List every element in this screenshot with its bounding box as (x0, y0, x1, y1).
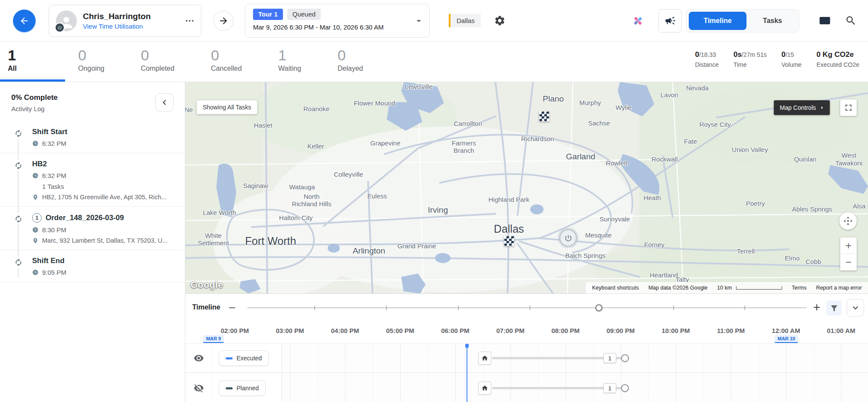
stat-tab-waiting[interactable]: 1Waiting (278, 42, 301, 82)
clock-icon (32, 269, 39, 276)
sync-icon (13, 160, 24, 171)
tour-status-badge: Queued (287, 9, 321, 20)
tour-selector[interactable]: Tour 1 Queued Mar 9, 2026 6:30 PM - Mar … (245, 4, 430, 38)
report-map-error-link[interactable]: Report a map error (816, 285, 862, 291)
stat-tab-all[interactable]: 1All (0, 42, 65, 82)
depot-marker[interactable] (504, 236, 514, 246)
activity-item[interactable]: 1Order_148_2026-03-098:30 PMMarc, 932 La… (0, 207, 185, 250)
stat-tab-cancelled[interactable]: 0Cancelled (211, 42, 242, 82)
depot-marker[interactable] (539, 111, 549, 122)
axis-hour-label: 11:00 PM (717, 327, 745, 334)
tab-timeline[interactable]: Timeline (689, 12, 746, 30)
activity-address: HB2, 1705 N Greenville Ave, Apt 305, Ric… (32, 194, 178, 201)
zoom-out-button[interactable]: − (840, 254, 857, 270)
map-scale-bar (736, 286, 782, 290)
activity-time: 9:05 PM (32, 269, 178, 276)
driver-menu-button[interactable] (184, 16, 195, 26)
depot-home-marker[interactable] (478, 382, 491, 395)
axis-hour-label: 06:00 PM (441, 327, 469, 334)
stat-tab-delayed[interactable]: 0Delayed (338, 42, 363, 82)
activity-item[interactable]: Shift Start6:32 PM (0, 121, 185, 153)
activity-item[interactable]: Shift End9:05 PM (0, 250, 185, 282)
search-icon[interactable] (845, 15, 857, 26)
timeline-scrub-slider[interactable] (247, 294, 806, 322)
announcement-button[interactable] (658, 9, 682, 33)
summary-card-icon[interactable] (819, 14, 831, 27)
map-attribution: Keyboard shortcutsMap data ©2026 Google1… (586, 282, 868, 293)
stat-label: Cancelled (211, 65, 242, 72)
depot-home-marker[interactable] (478, 352, 491, 365)
clock-icon (32, 140, 39, 147)
tour-badge: Tour 1 (253, 9, 283, 20)
time-utilisation-link[interactable]: View Time Utilisation (83, 23, 151, 30)
fullscreen-button[interactable] (840, 99, 857, 116)
stat-label: Delayed (338, 65, 363, 72)
scale-text: 10 km (717, 285, 732, 291)
visibility-on-button[interactable] (194, 353, 204, 363)
axis-hour-label: 01:00 AM (827, 327, 855, 334)
series-dash-icon (226, 387, 233, 389)
map-controls-button[interactable]: Map Controls (774, 100, 830, 115)
driver-card[interactable]: Chris_Harrington View Time Utilisation (49, 5, 201, 37)
timeline-expand-button[interactable] (847, 299, 864, 316)
tour-end-handle[interactable] (621, 354, 629, 362)
pinwheel-logo-icon[interactable] (631, 14, 644, 27)
task-count-box[interactable]: 1 (603, 353, 616, 363)
visibility-off-button[interactable] (194, 383, 204, 393)
date-badge: MAR 9 (203, 335, 224, 343)
metric-executed-co2e: 0 Kg CO2eExecuted CO2e (816, 50, 859, 82)
timeline-axis: PM02:00 PM03:00 PM04:00 PM05:00 PM06:00 … (185, 322, 868, 344)
google-logo: Google (191, 280, 223, 290)
keyboard-shortcuts-link[interactable]: Keyboard shortcuts (592, 285, 639, 291)
stat-tab-ongoing[interactable]: 0Ongoing (78, 42, 105, 82)
caret-right-icon (819, 104, 825, 111)
activity-time: 8:30 PM (32, 226, 178, 234)
vehicle-power-marker[interactable] (559, 229, 577, 247)
caret-down-icon[interactable] (414, 16, 424, 26)
stat-value: 1 (278, 47, 301, 64)
activity-item[interactable]: HB26:32 PM1 TasksHB2, 1705 N Greenville … (0, 153, 185, 207)
zoom-controls: + − (840, 237, 857, 270)
tab-tasks[interactable]: Tasks (748, 12, 797, 30)
showing-all-tasks-button[interactable]: Showing All Tasks (197, 100, 257, 114)
timeline-zoom-in-button[interactable] (812, 302, 822, 313)
row-gutter: Executed (185, 344, 282, 372)
series-chip-executed[interactable]: Executed (219, 350, 269, 366)
activity-time: 6:32 PM (32, 140, 178, 147)
map-data-text: Map data ©2026 Google (648, 285, 707, 291)
timeline-row-executed: Executed1 (185, 344, 868, 373)
current-time-indicator (467, 344, 467, 402)
axis-hour-label: 12:00 AM (772, 327, 800, 334)
map-tiles (185, 82, 868, 293)
driver-name: Chris_Harrington (83, 12, 151, 21)
series-chip-planned[interactable]: Planned (219, 380, 266, 396)
axis-hour-label: 04:00 PM (331, 327, 359, 334)
next-driver-button[interactable] (214, 11, 233, 31)
map[interactable]: NeLewisvilleFlower MoundRoanokePlanoMurp… (185, 82, 868, 293)
gear-icon[interactable] (494, 15, 506, 26)
activity-time: 6:32 PM (32, 172, 178, 179)
terms-link[interactable]: Terms (792, 285, 806, 291)
back-button[interactable] (13, 10, 36, 32)
metric-distance: 0/18.33Distance (695, 50, 718, 82)
task-count-box[interactable]: 1 (603, 383, 616, 393)
collapse-panel-button[interactable] (155, 93, 174, 112)
collapse-timeline-button[interactable] (227, 303, 237, 313)
axis-hour-label: 05:00 PM (386, 327, 414, 334)
series-dash-icon (226, 357, 233, 359)
top-bar: Chris_Harrington View Time Utilisation T… (0, 0, 868, 42)
row-track: 1 (282, 344, 868, 372)
date-badge: MAR 10 (775, 335, 798, 343)
activity-title: Shift End (32, 257, 178, 265)
slider-handle[interactable] (595, 304, 602, 311)
pan-button[interactable] (839, 212, 857, 230)
timeline-row-planned: Planned1 (185, 373, 868, 402)
tour-end-handle[interactable] (621, 384, 629, 392)
stat-tab-completed[interactable]: 0Completed (141, 42, 174, 82)
sync-icon (13, 257, 24, 268)
city-tag[interactable]: Dallas (449, 14, 481, 27)
axis-hour-label: 02:00 PM (220, 327, 249, 334)
stat-value: 0 (78, 47, 105, 64)
zoom-in-button[interactable]: + (840, 237, 857, 254)
timeline-filter-button[interactable] (826, 300, 842, 316)
